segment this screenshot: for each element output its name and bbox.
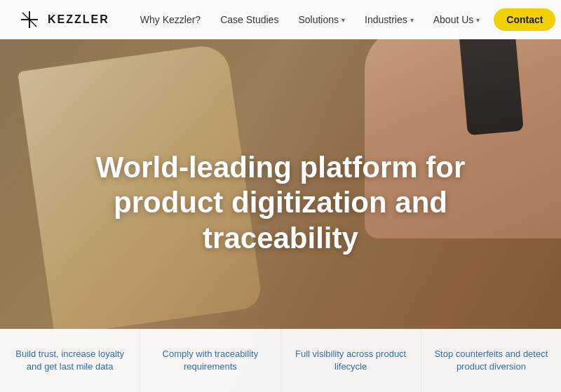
card-visibility-text: Full visibility across product lifecycle [292,348,410,373]
hero-section: KEZZLER Why Kezzler? Case Studies Soluti… [0,0,561,392]
logo[interactable]: KEZZLER [17,7,109,32]
card-trust-text: Build trust, increase loyalty and get la… [11,348,128,373]
card-traceability[interactable]: Comply with traceability requirements [140,329,280,392]
nav-case-studies[interactable]: Case Studies [212,8,287,31]
card-visibility[interactable]: Full visibility across product lifecycle [281,329,421,392]
card-traceability-text: Comply with traceability requirements [151,348,269,373]
card-counterfeits-text: Stop counterfeits and detect product div… [433,348,550,373]
main-nav: KEZZLER Why Kezzler? Case Studies Soluti… [0,0,561,39]
logo-text: KEZZLER [48,13,109,26]
contact-button[interactable]: Contact [494,8,555,31]
hero-title: World-leading platform for product digit… [56,150,505,256]
solutions-chevron-icon: ▾ [342,16,345,24]
nav-about-us[interactable]: About Us ▾ [425,8,489,31]
bottom-cards: Build trust, increase loyalty and get la… [0,329,561,392]
aboutus-chevron-icon: ▾ [476,16,480,24]
nav-industries[interactable]: Industries ▾ [356,8,422,31]
nav-solutions[interactable]: Solutions ▾ [290,8,353,31]
kezzler-logo-icon [17,7,42,32]
nav-why-kezzler[interactable]: Why Kezzler? [132,8,209,31]
industries-chevron-icon: ▾ [410,16,414,24]
card-counterfeits[interactable]: Stop counterfeits and detect product div… [421,329,561,392]
nav-links: Why Kezzler? Case Studies Solutions ▾ In… [132,8,489,31]
card-trust[interactable]: Build trust, increase loyalty and get la… [0,329,140,392]
